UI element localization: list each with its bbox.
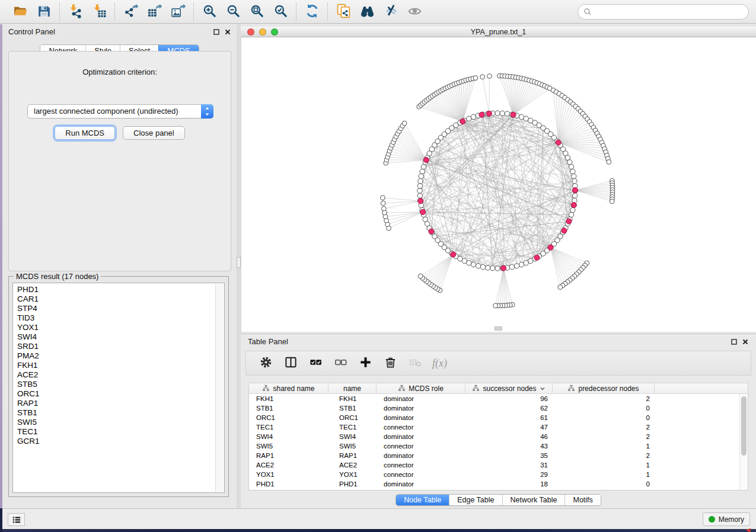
- export-network-button[interactable]: [122, 3, 139, 21]
- mcds-result-node[interactable]: GCR1: [17, 437, 224, 446]
- table-row[interactable]: ORC1ORC1dominator610: [249, 413, 739, 422]
- table-tab-node-table[interactable]: Node Table: [396, 495, 449, 505]
- table-tab-network-table[interactable]: Network Table: [502, 495, 565, 505]
- memory-button[interactable]: Memory: [703, 512, 750, 526]
- zoom-selected-icon: [273, 4, 288, 20]
- table-row[interactable]: PHD1PHD1dominator180: [249, 479, 739, 489]
- table-cell: 18: [465, 479, 553, 489]
- zoom-in-button[interactable]: [200, 3, 218, 21]
- mcds-result-node[interactable]: ORC1: [17, 389, 224, 399]
- column-header-predecessor-nodes[interactable]: predecessor nodes: [553, 383, 655, 393]
- save-session-button[interactable]: [35, 3, 53, 21]
- table-panel: Table Panel f(x) shared namenameMCDS rol…: [241, 334, 756, 508]
- open-file-button[interactable]: [11, 3, 29, 21]
- column-header-successor-nodes[interactable]: successor nodes: [465, 383, 553, 393]
- mcds-result-node[interactable]: CAR1: [17, 294, 224, 304]
- mcds-result-node[interactable]: STB5: [17, 380, 224, 389]
- deselect-all-rows-button[interactable]: [333, 355, 349, 371]
- run-mcds-button[interactable]: Run MCDS: [55, 126, 115, 140]
- mcds-result-node[interactable]: ACE2: [17, 370, 224, 380]
- result-list-scrollbar[interactable]: [215, 284, 224, 492]
- table-row[interactable]: SWI4SWI4dominator462: [249, 432, 739, 441]
- column-header-shared-name[interactable]: shared name: [249, 383, 328, 393]
- horizontal-splitter-handle[interactable]: [495, 326, 502, 331]
- control-panel-title: Control Panel: [8, 27, 55, 36]
- table-cell: 35: [465, 451, 553, 460]
- import-table-button[interactable]: [90, 3, 108, 21]
- mcds-result-node[interactable]: TEC1: [17, 427, 224, 437]
- function-builder-button: f(x): [432, 355, 447, 371]
- table-cell: 0: [553, 413, 655, 422]
- toggle-columns-icon: [284, 355, 298, 371]
- mcds-result-node[interactable]: STB1: [17, 408, 224, 418]
- search-input[interactable]: [592, 6, 748, 18]
- search-network-button[interactable]: [358, 3, 376, 21]
- import-network-button[interactable]: [66, 3, 84, 21]
- search-field[interactable]: [578, 4, 749, 20]
- refresh-icon: [305, 4, 320, 20]
- table-panel-title: Table Panel: [248, 337, 288, 346]
- table-tab-motifs[interactable]: Motifs: [564, 495, 600, 505]
- mcds-result-node[interactable]: RAP1: [17, 399, 224, 408]
- table-row[interactable]: YOX1YOX1connector291: [249, 470, 739, 479]
- network-graph[interactable]: [241, 37, 756, 332]
- toggle-columns-button[interactable]: [283, 355, 299, 371]
- table-cell: 2: [553, 422, 655, 432]
- mcds-result-node[interactable]: SWI5: [17, 418, 224, 427]
- export-table-button[interactable]: [145, 3, 163, 21]
- table-scrollbar[interactable]: [739, 394, 748, 490]
- select-all-rows-button[interactable]: [308, 355, 324, 371]
- function-builder-icon: f(x): [432, 357, 447, 370]
- export-image-button[interactable]: [169, 3, 187, 21]
- mcds-result-node[interactable]: SRD1: [17, 342, 224, 351]
- mcds-result-node[interactable]: PMA2: [17, 351, 224, 361]
- mcds-result-node[interactable]: PHD1: [17, 285, 224, 294]
- table-row[interactable]: STB1STB1dominator620: [249, 403, 739, 413]
- column-header-MCDS-role[interactable]: MCDS role: [377, 383, 465, 393]
- table-cell: STB1: [328, 403, 377, 413]
- zoom-out-button[interactable]: [224, 3, 242, 21]
- panel-menu-button[interactable]: [8, 513, 25, 526]
- table-tab-edge-table[interactable]: Edge Table: [449, 495, 502, 505]
- show-graphics-details-button[interactable]: [406, 3, 423, 21]
- mcds-result-node[interactable]: STP4: [17, 304, 224, 313]
- mcds-result-node[interactable]: TID3: [17, 313, 224, 323]
- import-table-icon: [92, 4, 107, 20]
- zoom-selected-button[interactable]: [272, 3, 289, 21]
- zoom-fit-button[interactable]: [248, 3, 266, 21]
- toggle-graphics-details-button[interactable]: [382, 3, 400, 21]
- network-canvas[interactable]: [241, 37, 756, 332]
- table-row[interactable]: FKH1FKH1dominator962: [249, 394, 739, 403]
- splitter-handle[interactable]: [237, 257, 241, 268]
- share-document-icon: [336, 4, 351, 20]
- table-row[interactable]: RAP1RAP1dominator352: [249, 451, 739, 460]
- optimization-criterion-select[interactable]: largest connected component (undirected): [27, 104, 213, 118]
- close-panel-button[interactable]: [224, 28, 232, 36]
- close-icon: [224, 28, 231, 36]
- vertical-splitter[interactable]: [237, 24, 241, 508]
- share-document-button[interactable]: [334, 3, 352, 21]
- close-panel-button-2[interactable]: Close panel: [123, 126, 185, 140]
- zoom-in-icon: [202, 4, 217, 20]
- table-row[interactable]: ACE2ACE2connector311: [249, 460, 739, 470]
- add-row-button[interactable]: [358, 355, 374, 371]
- refresh-button[interactable]: [303, 3, 321, 21]
- table-cell: dominator: [377, 432, 465, 441]
- mcds-result-node[interactable]: FKH1: [17, 361, 224, 370]
- mcds-result-node[interactable]: SWI4: [17, 332, 224, 342]
- network-view-window: YPA_prune.txt_1: [241, 27, 756, 332]
- table-row[interactable]: TEC1TEC1connector472: [249, 422, 739, 432]
- delete-rows-button[interactable]: [382, 355, 398, 371]
- mcds-result-node[interactable]: YOX1: [17, 323, 224, 332]
- table-row[interactable]: SWI5SWI5connector431: [249, 441, 739, 451]
- table-settings-button[interactable]: [258, 355, 274, 371]
- column-header-name[interactable]: name: [328, 383, 377, 393]
- toolbar-group: [60, 3, 114, 21]
- close-table-panel-button[interactable]: [741, 338, 749, 346]
- zoom-fit-icon: [250, 4, 264, 20]
- float-panel-button[interactable]: [212, 28, 221, 36]
- mcds-result-list[interactable]: PHD1CAR1STP4TID3YOX1SWI4SRD1PMA2FKH1ACE2…: [12, 283, 225, 493]
- table-scrollbar-thumb[interactable]: [741, 396, 747, 456]
- table-cell: 46: [465, 432, 553, 441]
- float-table-panel-button[interactable]: [730, 338, 738, 346]
